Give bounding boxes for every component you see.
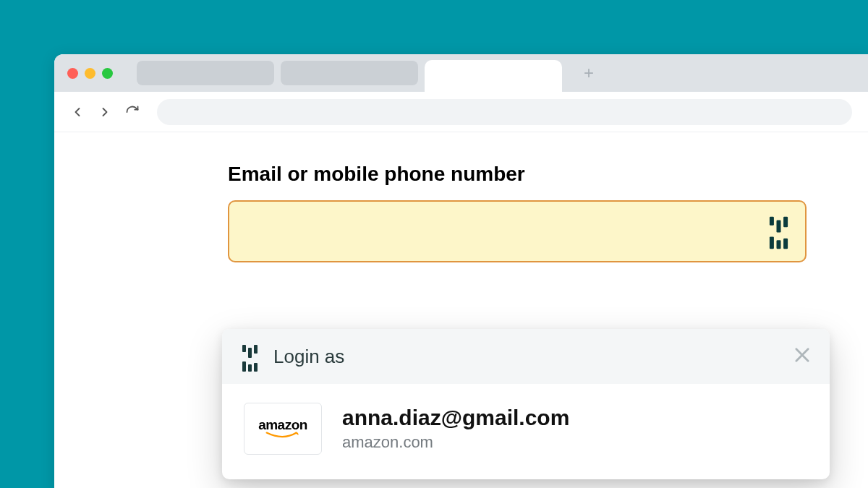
browser-tab-inactive[interactable] (137, 61, 274, 85)
credential-info: anna.diaz@gmail.com amazon.com (342, 406, 569, 452)
address-bar[interactable] (157, 99, 852, 125)
new-tab-button[interactable]: + (582, 66, 596, 80)
amazon-smile-icon (263, 431, 303, 440)
credential-email: anna.diaz@gmail.com (342, 406, 569, 430)
browser-toolbar (54, 92, 868, 132)
email-field-label: Email or mobile phone number (228, 163, 807, 186)
maximize-window-button[interactable] (102, 68, 113, 79)
credential-domain: amazon.com (342, 433, 569, 452)
dashlane-icon (242, 342, 258, 372)
window-controls (67, 68, 113, 79)
close-window-button[interactable] (67, 68, 78, 79)
tab-bar: + (54, 54, 868, 92)
reload-button[interactable] (125, 105, 140, 119)
email-input[interactable] (228, 200, 807, 262)
forward-button[interactable] (98, 105, 112, 119)
popup-title: Login as (273, 346, 344, 368)
page-content: Email or mobile phone number (54, 132, 868, 262)
minimize-window-button[interactable] (85, 68, 95, 79)
browser-window: + Email or mobile phone number (54, 54, 868, 488)
dashlane-icon[interactable] (771, 217, 786, 247)
site-logo-text: amazon (258, 418, 307, 432)
autofill-popup: Login as amazon anna.diaz@gmail.com amaz… (222, 329, 830, 479)
popup-header: Login as (222, 329, 830, 384)
site-logo: amazon (244, 403, 322, 455)
credential-item[interactable]: amazon anna.diaz@gmail.com amazon.com (222, 384, 830, 479)
close-icon[interactable] (792, 345, 812, 368)
browser-tab-inactive[interactable] (281, 61, 418, 85)
browser-tab-active[interactable] (425, 60, 562, 92)
back-button[interactable] (70, 105, 85, 119)
